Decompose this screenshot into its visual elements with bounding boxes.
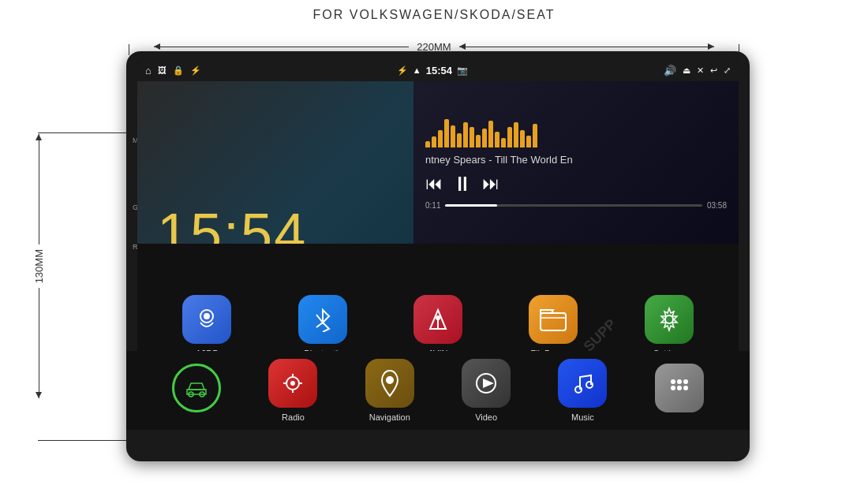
svg-point-20: [683, 386, 688, 390]
next-button[interactable]: ⏭: [482, 173, 499, 194]
app-icon-a2dp: [182, 295, 231, 344]
eq-bar-8: [470, 127, 474, 147]
dim-right-arrow: [459, 47, 714, 47]
app-icon-radio: [268, 359, 317, 408]
app-item-settings[interactable]: Settings: [645, 295, 694, 358]
music-controls: ⏮ ⏸ ⏭: [425, 172, 727, 196]
app-icon-car: [172, 364, 221, 412]
eq-bar-3: [438, 130, 443, 147]
camera-icon: 📷: [457, 65, 468, 76]
app-icon-filebrowser: [529, 295, 578, 344]
fullscreen-icon[interactable]: ⤢: [724, 65, 731, 76]
eq-bar-2: [432, 136, 436, 147]
music-widget: ntney Spears - Till The World En ⏮ ⏸ ⏭ 0…: [413, 81, 739, 244]
status-time: 15:54: [426, 65, 452, 76]
app-icon-bluetooth: [298, 295, 347, 344]
app-item-a2dp[interactable]: A2DP: [182, 295, 231, 358]
app-item-avin[interactable]: AVIN: [413, 295, 462, 358]
app-icon-music: [558, 359, 607, 408]
svg-marker-12: [483, 379, 494, 388]
dim-left-arrow: [154, 47, 409, 47]
progress-track[interactable]: [445, 204, 702, 207]
dim-top-arrow: [39, 134, 39, 244]
app-item-radio[interactable]: Radio: [268, 359, 317, 422]
status-right-icons: 🔊 ⏏ ✕ ↩ ⤢: [664, 65, 731, 76]
app-item-navigation[interactable]: Navigation: [365, 359, 414, 422]
app-item-apps[interactable]: [655, 364, 704, 417]
svg-point-9: [290, 381, 295, 386]
prev-button[interactable]: ⏮: [425, 173, 443, 194]
app-label-music: Music: [571, 412, 594, 422]
app-icon-settings: [645, 295, 694, 344]
dimension-height: 130MM: [33, 134, 45, 398]
app-icon-apps: [655, 364, 704, 412]
music-title: ntney Spears - Till The World En: [425, 154, 727, 166]
bluetooth-status-icon: ⚡: [397, 65, 408, 76]
close-icon[interactable]: ✕: [697, 65, 704, 76]
eq-bar-14: [507, 127, 512, 147]
eq-bar-18: [533, 124, 537, 147]
home-icon[interactable]: ⌂: [145, 65, 152, 76]
progress-fill: [445, 204, 496, 207]
app-row2-container: Radio Navigation Video Music: [126, 351, 750, 430]
dimension-height-label: 130MM: [33, 244, 45, 288]
eq-bar-17: [526, 136, 531, 147]
app-icon-avin: [413, 295, 462, 344]
dim220-left-tick: [129, 44, 129, 55]
status-left-icons: ⌂ 🖼 🔒 ⚡: [145, 65, 201, 76]
eq-bar-9: [476, 135, 481, 147]
elapsed-time: 0:11: [425, 201, 440, 210]
image-icon: 🖼: [158, 65, 166, 75]
eq-bar-6: [457, 133, 462, 147]
eq-bar-1: [425, 141, 430, 147]
app-label-video: Video: [475, 412, 497, 422]
svg-point-18: [671, 386, 675, 390]
svg-point-16: [677, 379, 682, 384]
app-item-video[interactable]: Video: [462, 359, 511, 422]
app-item-bluetooth[interactable]: Bluetooth: [298, 295, 347, 358]
equalizer: [425, 116, 727, 147]
app-icon-video: [462, 359, 511, 408]
eq-bar-13: [501, 138, 506, 147]
back-icon[interactable]: ↩: [710, 65, 717, 76]
dim-bottom-arrow: [39, 288, 39, 398]
volume-icon[interactable]: 🔊: [664, 65, 676, 76]
svg-point-15: [671, 379, 675, 384]
eq-bar-11: [488, 121, 493, 147]
total-time: 03:58: [707, 201, 727, 210]
page-title: FOR VOLKSWAGEN/SKODA/SEAT: [0, 0, 868, 22]
svg-point-10: [386, 376, 394, 384]
eq-bar-10: [482, 129, 487, 147]
wifi-icon: ▲: [413, 65, 421, 75]
eq-bar-16: [520, 130, 525, 147]
eq-bar-7: [463, 122, 468, 147]
app-icon-navigation: [365, 359, 414, 408]
svg-point-1: [204, 313, 210, 319]
app-label-navigation: Navigation: [369, 412, 410, 422]
status-bar: ⌂ 🖼 🔒 ⚡ ⚡ ▲ 15:54 📷 🔊 ⏏ ✕ ↩ ⤢: [137, 59, 739, 81]
usb-icon: ⚡: [190, 65, 201, 76]
dim-hline-bottom: [38, 440, 133, 441]
eq-bar-4: [444, 119, 449, 147]
svg-point-3: [436, 315, 440, 320]
eq-bar-15: [514, 122, 518, 147]
app-item-music[interactable]: Music: [558, 359, 607, 422]
app-item-car[interactable]: [172, 364, 221, 417]
svg-point-19: [677, 386, 682, 390]
play-button[interactable]: ⏸: [452, 172, 473, 196]
lock-icon: 🔒: [173, 65, 184, 76]
app-item-filebrowser[interactable]: FileBrowser: [529, 295, 578, 358]
progress-bar: 0:11 03:58: [425, 201, 727, 210]
eq-bar-12: [495, 132, 499, 147]
eq-bar-5: [451, 125, 455, 147]
svg-point-17: [683, 379, 688, 384]
app-label-radio: Radio: [282, 412, 305, 422]
eject-icon: ⏏: [683, 65, 690, 76]
status-center: ⚡ ▲ 15:54 📷: [397, 65, 468, 76]
svg-rect-4: [541, 313, 566, 330]
